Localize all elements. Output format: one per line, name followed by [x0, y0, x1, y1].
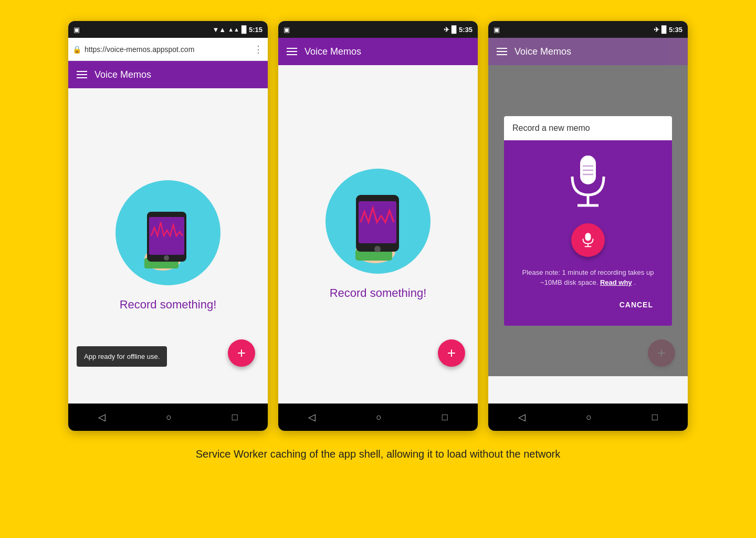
phone3-status-bar: ▣ ✈ ▉ 5:35: [488, 21, 688, 38]
dialog-title-text: Record a new memo: [512, 123, 590, 132]
phone1-url-bar[interactable]: 🔒 https://voice-memos.appspot.com ⋮: [68, 38, 268, 61]
wifi-icon: ▼▲: [212, 26, 226, 34]
phone2-status-left: ▣: [284, 26, 290, 34]
phone-2: ▣ ✈ ▉ 5:35 Voice Memos: [278, 21, 478, 431]
back-icon-3[interactable]: ◁: [518, 411, 526, 423]
phone1-content: Record something! App ready for offline …: [68, 88, 268, 404]
dialog-title: Record a new memo: [504, 116, 672, 140]
dialog-overlay: Record a new memo: [488, 65, 688, 376]
dialog-note: Please note: 1 minute of recording takes…: [512, 267, 664, 288]
phone1-record-text: Record something!: [120, 298, 217, 312]
phone2-svg: [341, 179, 415, 263]
phone2-content: Record something! +: [278, 65, 478, 404]
phone-icon-2: ▣: [284, 26, 290, 34]
phone2-nav-bar: ◁ ○ □: [278, 404, 478, 431]
dialog-actions: CANCEL: [512, 296, 664, 317]
svg-point-17: [374, 246, 381, 252]
phone1-svg: [131, 191, 205, 275]
phone3-time: 5:35: [669, 26, 682, 34]
phone1-illustration: [116, 180, 220, 285]
phone3-content: Record a new memo: [488, 65, 688, 404]
lock-icon: 🔒: [72, 45, 81, 54]
home-icon-3[interactable]: ○: [586, 412, 592, 423]
recent-icon[interactable]: □: [232, 412, 238, 423]
back-icon[interactable]: ◁: [98, 411, 106, 423]
dialog-body: Please note: 1 minute of recording takes…: [504, 140, 672, 326]
hamburger-icon-2[interactable]: [287, 48, 297, 55]
phone-1: ▣ ▼▲ ▲▲ ▉ 5:15 🔒 https://voice-memos.app…: [68, 21, 268, 431]
record-button[interactable]: [571, 223, 605, 257]
phone-icon: ▣: [74, 26, 80, 34]
phone1-time: 5:15: [249, 26, 262, 34]
battery-icon-3: ▉: [662, 26, 667, 34]
record-dialog: Record a new memo: [504, 116, 672, 326]
phone1-status-bar: ▣ ▼▲ ▲▲ ▉ 5:15: [68, 21, 268, 38]
phone-3: ▣ ✈ ▉ 5:35 Voice Memos: [488, 21, 688, 431]
read-why-link[interactable]: Read why: [600, 278, 632, 286]
battery-icon-2: ▉: [452, 26, 457, 34]
phone2-toolbar-title: Voice Memos: [304, 46, 361, 57]
airplane-icon-3: ✈: [654, 26, 659, 34]
phone1-fab[interactable]: +: [228, 339, 255, 367]
phone2-status-right: ✈ ▉ 5:35: [444, 26, 472, 34]
phone1-status-left: ▣: [74, 26, 80, 34]
hamburger-icon[interactable]: [77, 71, 87, 78]
back-icon-2[interactable]: ◁: [308, 411, 316, 423]
phone3-status-left: ▣: [494, 26, 500, 34]
phone2-fab[interactable]: +: [438, 339, 465, 367]
phone3-nav-bar: ◁ ○ □: [488, 404, 688, 431]
phone3-toolbar: Voice Memos: [488, 38, 688, 65]
home-icon-2[interactable]: ○: [376, 412, 382, 423]
phone1-nav-bar: ◁ ○ □: [68, 404, 268, 431]
snackbar-text: App ready for offline use.: [84, 353, 160, 360]
cancel-button[interactable]: CANCEL: [613, 296, 659, 313]
home-icon[interactable]: ○: [166, 412, 172, 423]
mic-btn-icon: [580, 232, 596, 248]
plus-icon: +: [237, 345, 246, 361]
svg-point-8: [164, 255, 169, 261]
recent-icon-2[interactable]: □: [442, 412, 448, 423]
phone3-status-right: ✈ ▉ 5:35: [654, 26, 682, 34]
phone1-toolbar: Voice Memos: [68, 61, 268, 88]
phones-container: ▣ ▼▲ ▲▲ ▉ 5:15 🔒 https://voice-memos.app…: [68, 21, 688, 431]
plus-icon-2: +: [447, 345, 456, 361]
microphone-illustration: [564, 153, 612, 213]
phone1-status-right: ▼▲ ▲▲ ▉ 5:15: [212, 26, 262, 34]
svg-rect-28: [585, 233, 591, 241]
mic-svg: [564, 153, 612, 211]
signal-icon: ▲▲: [228, 26, 239, 33]
svg-rect-7: [149, 217, 184, 255]
hamburger-icon-3[interactable]: [497, 48, 507, 55]
phone2-status-bar: ▣ ✈ ▉ 5:35: [278, 21, 478, 38]
phone2-record-text: Record something!: [330, 286, 427, 300]
recent-icon-3[interactable]: □: [652, 412, 658, 423]
phone2-toolbar: Voice Memos: [278, 38, 478, 65]
menu-dots-icon[interactable]: ⋮: [254, 44, 264, 55]
phone1-snackbar: App ready for offline use.: [77, 346, 167, 367]
phone-icon-3: ▣: [494, 26, 500, 34]
phone3-toolbar-title: Voice Memos: [514, 46, 571, 57]
phone1-toolbar-title: Voice Memos: [94, 69, 151, 80]
page-caption: Service Worker caching of the app shell,…: [196, 447, 560, 461]
phone2-time: 5:35: [459, 26, 472, 34]
phone1-url: https://voice-memos.appspot.com: [85, 45, 250, 54]
phone2-illustration: [326, 169, 430, 274]
battery-icon: ▉: [242, 26, 247, 34]
airplane-icon: ✈: [444, 26, 449, 34]
